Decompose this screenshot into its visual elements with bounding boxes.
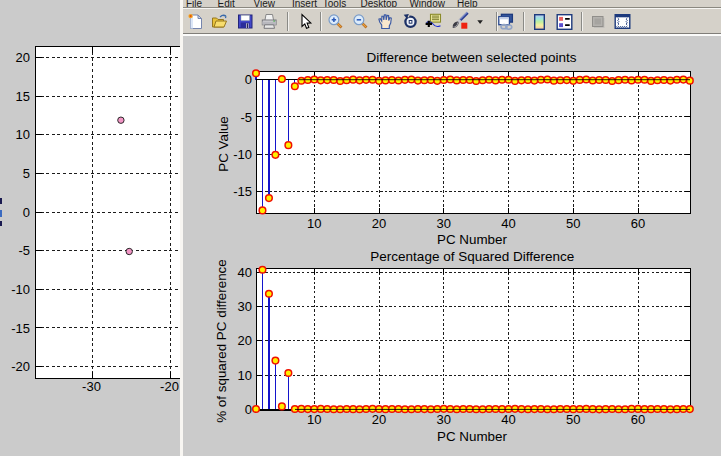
svg-text:-15: -15 bbox=[11, 321, 30, 336]
svg-text:PC Value: PC Value bbox=[216, 116, 231, 172]
svg-text:0: 0 bbox=[245, 72, 252, 87]
svg-text:5: 5 bbox=[23, 166, 30, 181]
svg-text:20: 20 bbox=[16, 50, 30, 65]
svg-text:50: 50 bbox=[566, 216, 580, 231]
svg-text:50: 50 bbox=[566, 412, 580, 427]
svg-text:% of squared PC difference: % of squared PC difference bbox=[214, 259, 229, 423]
svg-text:20: 20 bbox=[238, 333, 252, 348]
svg-text:-30: -30 bbox=[82, 379, 101, 394]
svg-text:-10: -10 bbox=[233, 147, 252, 162]
svg-text:0: 0 bbox=[245, 402, 252, 417]
svg-text:-20: -20 bbox=[160, 379, 179, 394]
svg-text:40: 40 bbox=[501, 412, 515, 427]
svg-text:-15: -15 bbox=[233, 184, 252, 199]
svg-text:PC Number: PC Number bbox=[437, 232, 507, 247]
svg-text:15: 15 bbox=[16, 89, 30, 104]
svg-text:40: 40 bbox=[501, 216, 515, 231]
svg-text:10: 10 bbox=[307, 216, 321, 231]
svg-text:60: 60 bbox=[631, 216, 645, 231]
svg-text:-20: -20 bbox=[11, 359, 30, 374]
svg-text:0: 0 bbox=[23, 205, 30, 220]
svg-text:20: 20 bbox=[372, 412, 386, 427]
svg-text:Difference between selected po: Difference between selected points bbox=[367, 50, 577, 65]
svg-text:40: 40 bbox=[238, 265, 252, 280]
svg-text:60: 60 bbox=[631, 412, 645, 427]
svg-text:Percentage of Squared Differen: Percentage of Squared Difference bbox=[370, 249, 574, 264]
svg-text:30: 30 bbox=[437, 216, 451, 231]
svg-text:PC Number: PC Number bbox=[437, 429, 507, 444]
svg-text:-5: -5 bbox=[18, 243, 30, 258]
svg-text:20: 20 bbox=[372, 216, 386, 231]
svg-text:-5: -5 bbox=[240, 110, 252, 125]
svg-text:30: 30 bbox=[437, 412, 451, 427]
svg-text:30: 30 bbox=[238, 299, 252, 314]
svg-text:-10: -10 bbox=[11, 282, 30, 297]
svg-text:10: 10 bbox=[307, 412, 321, 427]
svg-text:10: 10 bbox=[16, 127, 30, 142]
svg-text:10: 10 bbox=[238, 368, 252, 383]
